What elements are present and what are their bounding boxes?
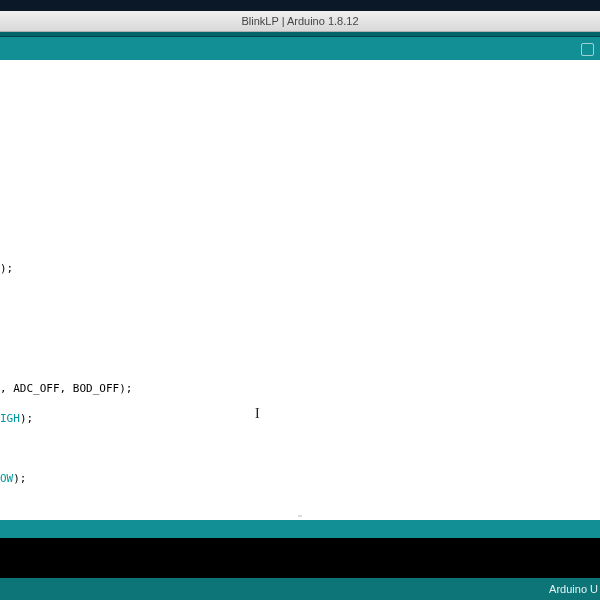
board-label: Arduino U	[549, 583, 598, 595]
code-line	[0, 441, 600, 456]
window-title: BlinkLP | Arduino 1.8.12	[241, 15, 358, 27]
code-line: );	[0, 261, 600, 276]
titlebar[interactable]: BlinkLP | Arduino 1.8.12	[0, 11, 600, 32]
code-line	[0, 111, 600, 126]
code-line	[0, 171, 600, 186]
code-line: IGH);	[0, 411, 600, 426]
tab-bar[interactable]	[0, 37, 600, 60]
keyword-high: IGH	[0, 412, 20, 425]
output-console[interactable]	[0, 538, 600, 578]
code-line	[0, 321, 600, 336]
code-editor[interactable]: ); , ADC_OFF, BOD_OFF); IGH); OW); I	[0, 60, 600, 514]
code-line	[0, 351, 600, 366]
arduino-ide-window: BlinkLP | Arduino 1.8.12 ); , ADC_OFF, B…	[0, 11, 600, 600]
code-line	[0, 201, 600, 216]
keyword-low: OW	[0, 472, 13, 485]
footer-bar: Arduino U	[0, 578, 600, 600]
text-cursor-icon: I	[255, 406, 260, 421]
code-line	[0, 141, 600, 156]
code-line: , ADC_OFF, BOD_OFF);	[0, 381, 600, 396]
code-line	[0, 291, 600, 306]
code-line	[0, 81, 600, 96]
code-line: OW);	[0, 471, 600, 486]
code-line	[0, 231, 600, 246]
status-bar	[0, 520, 600, 538]
